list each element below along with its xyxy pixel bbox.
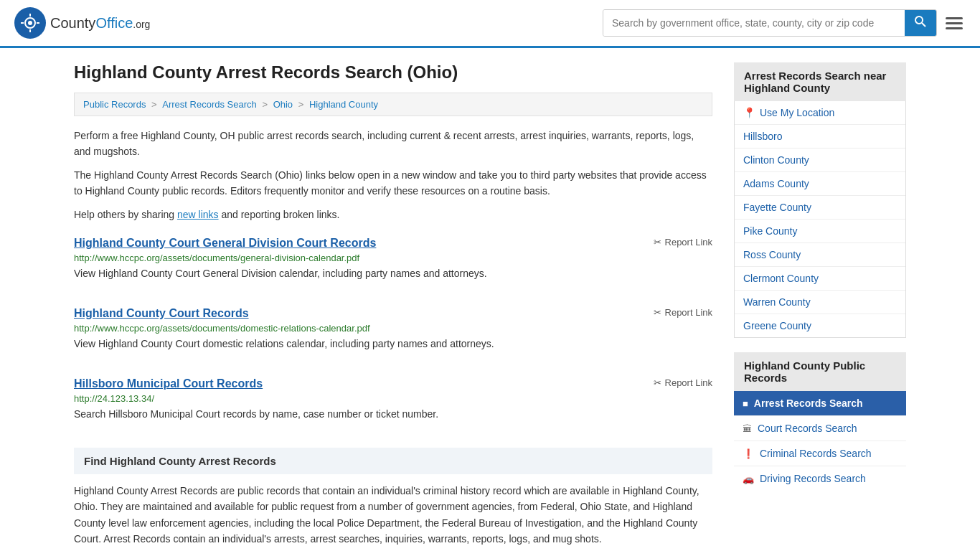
nearby-link-3[interactable]: Fayette County <box>735 196 905 220</box>
nearby-link-4[interactable]: Pike County <box>735 220 905 243</box>
nearby-section-title: Arrest Records Search near Highland Coun… <box>734 62 906 101</box>
report-link-btn-1[interactable]: ✂ Report Link <box>654 307 712 318</box>
record-entry-2: Hillsboro Municipal Court Records ✂ Repo… <box>74 377 712 433</box>
nearby-link-warren[interactable]: Warren County <box>743 296 897 308</box>
description-3: Help others by sharing new links and rep… <box>74 207 712 222</box>
arrest-records-icon: ■ <box>743 398 748 409</box>
new-links-link[interactable]: new links <box>177 209 219 220</box>
nearby-links-list: 📍 Use My Location Hillsboro Clinton Coun… <box>734 101 906 338</box>
court-records-search-link[interactable]: Court Records Search <box>758 423 857 434</box>
main-wrapper: Highland County Arrest Records Search (O… <box>60 48 920 551</box>
use-my-location-item[interactable]: 📍 Use My Location <box>735 101 905 125</box>
nearby-link-7[interactable]: Warren County <box>735 291 905 314</box>
scissors-icon-2: ✂ <box>654 377 661 388</box>
breadcrumb-sep-3: > <box>298 99 306 110</box>
breadcrumb-arrest-records[interactable]: Arrest Records Search <box>162 99 257 110</box>
record-header-1: Highland County Court Records ✂ Report L… <box>74 307 712 320</box>
sidebar: Arrest Records Search near Highland Coun… <box>734 62 906 547</box>
public-record-link-1[interactable]: 🏛 Court Records Search <box>734 416 906 441</box>
find-desc: Highland County Arrest Records are publi… <box>74 483 712 547</box>
criminal-records-icon: ❗ <box>743 448 754 459</box>
breadcrumb-sep-1: > <box>151 99 159 110</box>
search-area <box>603 9 966 37</box>
nearby-link-adams[interactable]: Adams County <box>743 178 897 189</box>
breadcrumb-sep-2: > <box>262 99 270 110</box>
public-records-section: Highland County Public Records ■ Arrest … <box>734 352 906 491</box>
site-header: CountyOffice.org <box>0 0 980 48</box>
find-section-title: Find Highland County Arrest Records <box>74 448 712 474</box>
breadcrumb: Public Records > Arrest Records Search >… <box>74 93 712 116</box>
public-record-link-3[interactable]: 🚗 Driving Records Search <box>734 466 906 491</box>
record-desc-1: View Highland County Court domestic rela… <box>74 336 712 352</box>
svg-point-2 <box>28 21 32 25</box>
public-record-link-0[interactable]: ■ Arrest Records Search <box>734 391 906 416</box>
driving-records-icon: 🚗 <box>743 474 754 484</box>
driving-records-search-link[interactable]: Driving Records Search <box>760 473 866 484</box>
nearby-link-hillsboro[interactable]: Hillsboro <box>743 131 897 142</box>
nearby-link-8[interactable]: Greene County <box>735 314 905 337</box>
page-title: Highland County Arrest Records Search (O… <box>74 62 712 83</box>
svg-line-8 <box>922 23 925 27</box>
record-url-0[interactable]: http://www.hccpc.org/assets/documents/ge… <box>74 253 712 263</box>
record-header-0: Highland County Court General Division C… <box>74 237 712 250</box>
report-link-btn-2[interactable]: ✂ Report Link <box>654 377 712 388</box>
record-entry-0: Highland County Court General Division C… <box>74 237 712 293</box>
location-icon: 📍 <box>743 107 755 118</box>
arrest-records-search-link[interactable]: Arrest Records Search <box>754 397 863 409</box>
record-header-2: Hillsboro Municipal Court Records ✂ Repo… <box>74 377 712 390</box>
nearby-link-fayette[interactable]: Fayette County <box>743 202 897 213</box>
nearby-link-greene[interactable]: Greene County <box>743 320 897 331</box>
svg-point-7 <box>915 17 923 24</box>
court-records-icon: 🏛 <box>743 423 752 434</box>
nearby-link-clinton[interactable]: Clinton County <box>743 154 897 166</box>
record-title-2[interactable]: Hillsboro Municipal Court Records <box>74 377 263 390</box>
description-2: The Highland County Arrest Records Searc… <box>74 167 712 199</box>
record-title-1[interactable]: Highland County Court Records <box>74 307 249 320</box>
content-area: Highland County Arrest Records Search (O… <box>74 62 712 547</box>
record-entry-1: Highland County Court Records ✂ Report L… <box>74 307 712 363</box>
criminal-records-search-link[interactable]: Criminal Records Search <box>760 448 872 459</box>
logo-icon <box>14 7 46 39</box>
search-box <box>603 9 937 37</box>
nearby-link-2[interactable]: Adams County <box>735 172 905 196</box>
scissors-icon-0: ✂ <box>654 237 661 248</box>
nearby-link-ross[interactable]: Ross County <box>743 249 897 260</box>
nearby-link-pike[interactable]: Pike County <box>743 225 897 237</box>
scissors-icon-1: ✂ <box>654 307 661 318</box>
breadcrumb-public-records[interactable]: Public Records <box>83 99 146 110</box>
record-desc-0: View Highland County Court General Divis… <box>74 266 712 281</box>
nearby-link-6[interactable]: Clermont County <box>735 267 905 291</box>
logo-text: CountyOffice.org <box>50 15 150 32</box>
nearby-link-0[interactable]: Hillsboro <box>735 125 905 149</box>
nearby-link-1[interactable]: Clinton County <box>735 149 905 172</box>
nearby-section: Arrest Records Search near Highland Coun… <box>734 62 906 338</box>
record-desc-2: Search Hillsboro Municipal Court records… <box>74 407 712 422</box>
nearby-link-5[interactable]: Ross County <box>735 243 905 267</box>
logo-area: CountyOffice.org <box>14 7 150 39</box>
public-records-title: Highland County Public Records <box>734 352 906 391</box>
search-input[interactable] <box>603 10 905 36</box>
use-my-location-link[interactable]: 📍 Use My Location <box>743 107 897 118</box>
public-record-link-2[interactable]: ❗ Criminal Records Search <box>734 441 906 466</box>
description-1: Perform a free Highland County, OH publi… <box>74 128 712 160</box>
record-url-1[interactable]: http://www.hccpc.org/assets/documents/do… <box>74 323 712 334</box>
search-button[interactable] <box>905 10 936 36</box>
breadcrumb-ohio[interactable]: Ohio <box>273 99 293 110</box>
report-link-btn-0[interactable]: ✂ Report Link <box>654 237 712 248</box>
breadcrumb-highland[interactable]: Highland County <box>309 99 378 110</box>
record-title-0[interactable]: Highland County Court General Division C… <box>74 237 376 250</box>
menu-button[interactable] <box>943 14 966 32</box>
nearby-link-clermont[interactable]: Clermont County <box>743 273 897 284</box>
record-url-2[interactable]: http://24.123.13.34/ <box>74 393 712 404</box>
